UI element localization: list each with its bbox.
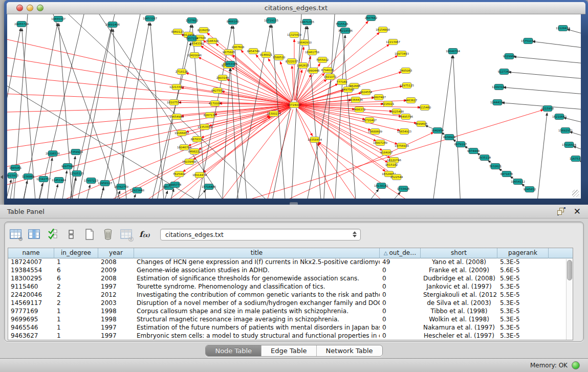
cell-pagerank[interactable]: 5.3E-5 [497, 308, 549, 316]
cell-title[interactable]: Tourette syndrome. Phenomenology and cla… [134, 283, 380, 291]
gutter-collapse-arrow-icon[interactable] [1, 175, 3, 179]
cell-out_degree[interactable]: 0 [380, 308, 421, 316]
column-header-pagerank[interactable]: pagerank [497, 248, 549, 258]
graph-node[interactable]: 16720407 [362, 118, 377, 123]
graph-node[interactable]: 1167533 [570, 156, 581, 162]
table-row[interactable]: 1830029562008Estimation of significance … [8, 275, 573, 283]
graph-node[interactable]: 6497568 [342, 87, 355, 93]
cell-short[interactable]: Yano et al. (2008) [421, 258, 497, 267]
graph-node[interactable]: 1862615 [297, 63, 310, 69]
graph-node[interactable]: 16914479 [192, 172, 207, 178]
graph-node[interactable]: 1640954 [431, 128, 444, 134]
graph-node[interactable]: 1588520 [273, 55, 286, 60]
cell-short[interactable]: de Silva et al. (2003) [421, 299, 497, 308]
graph-node[interactable]: 6794028 [321, 68, 334, 73]
table-settings-icon[interactable]: ⚙ [9, 228, 23, 242]
cell-short[interactable]: Dudbridge et al. (2008) [421, 275, 497, 283]
cell-year[interactable]: 1997 [98, 332, 134, 340]
graph-node[interactable]: 15751074 [521, 38, 535, 44]
cell-in_degree[interactable]: 1 [54, 316, 98, 324]
graph-node[interactable]: 8878332 [191, 137, 204, 142]
cell-short[interactable]: Hescheler et al. (1997) [421, 332, 497, 340]
graph-node[interactable]: 12975125 [400, 83, 414, 89]
cell-name[interactable]: 9465546 [8, 324, 54, 332]
graph-node[interactable]: 7486372 [353, 107, 366, 113]
cell-short[interactable]: Tibbo et al. (1998) [421, 308, 497, 316]
cell-in_degree[interactable]: 1 [54, 324, 98, 332]
graph-node[interactable]: 6216021 [382, 101, 395, 107]
graph-node[interactable]: 10655337 [51, 16, 66, 22]
cell-name[interactable]: 9463627 [8, 332, 54, 340]
cell-name[interactable]: 9699695 [8, 316, 54, 324]
graph-node[interactable]: 8990448 [307, 68, 320, 74]
graph-node[interactable]: 12342757 [36, 177, 51, 182]
graph-node[interactable]: 777169 [337, 79, 347, 85]
tab-edge-table[interactable]: Edge Table [262, 345, 316, 356]
cell-pagerank[interactable]: 5.3E-5 [497, 316, 549, 324]
graph-node[interactable]: 8267130 [204, 113, 216, 118]
cell-out_degree[interactable]: 0 [380, 332, 421, 340]
cell-pagerank[interactable]: 5.3E-5 [497, 332, 549, 340]
graph-node[interactable]: 7515526 [336, 21, 349, 27]
cell-year[interactable]: 2008 [98, 275, 134, 283]
cell-out_degree[interactable]: 0 [380, 267, 421, 275]
cell-name[interactable]: 22420046 [8, 291, 54, 299]
graph-node[interactable]: 12505135 [70, 171, 84, 177]
table-row[interactable]: 1456911722003Disruption of a novel membe… [8, 299, 573, 308]
cell-short[interactable]: Franke et al. (2009) [421, 267, 497, 275]
cell-pagerank[interactable]: 5.3E-5 [497, 299, 549, 308]
cell-out_degree[interactable]: 0 [380, 283, 421, 291]
graph-node[interactable]: 15692971 [558, 128, 573, 134]
graph-node[interactable]: 8215958 [541, 106, 554, 112]
cell-year[interactable]: 2003 [98, 299, 134, 308]
column-header-name[interactable]: name [8, 248, 54, 258]
tab-node-table[interactable]: Node Table [206, 345, 262, 356]
show-columns-icon[interactable] [27, 228, 41, 242]
graph-node[interactable]: 16961758 [305, 50, 319, 55]
cell-out_degree[interactable]: 0 [380, 291, 421, 299]
cell-pagerank[interactable]: 5.3E-5 [497, 283, 549, 291]
cell-in_degree[interactable]: 1 [54, 258, 98, 267]
table-row[interactable]: 2242004622012Investigating the contribut… [8, 291, 573, 299]
graph-node[interactable]: 9115460 [419, 105, 431, 111]
graph-node[interactable]: 2867608 [232, 45, 245, 50]
table-row[interactable]: 1938455462009Genome-wide association stu… [8, 267, 573, 275]
graph-node[interactable]: 11128434 [556, 26, 570, 31]
cell-short[interactable]: Nakamura et al. (1997) [421, 324, 497, 332]
cell-year[interactable]: 2009 [98, 267, 134, 275]
graph-node[interactable]: 14671355 [300, 19, 314, 25]
column-header-year[interactable]: year [98, 248, 134, 258]
graph-node[interactable]: 4170084 [209, 101, 222, 106]
graph-node[interactable]: 10025488 [389, 109, 404, 115]
graph-node[interactable]: 8454749 [247, 49, 260, 54]
graph-node[interactable]: 22420046 [187, 53, 202, 58]
graph-node[interactable]: 17957223 [84, 178, 98, 184]
cell-title[interactable]: Changes of HCN gene expression and I(f) … [134, 258, 380, 267]
cell-year[interactable]: 1997 [98, 324, 134, 332]
graph-node[interactable]: 2522544 [390, 174, 403, 180]
delete-rows-icon[interactable] [101, 228, 115, 242]
graph-node[interactable]: 15716485 [202, 184, 216, 190]
graph-node[interactable]: 10719155 [264, 18, 278, 24]
close-panel-icon[interactable]: ✕ [574, 206, 581, 216]
graph-node[interactable]: 16782759 [114, 184, 128, 190]
table-row[interactable]: 911546021997Tourette syndrome. Phenomeno… [8, 283, 573, 291]
graph-node[interactable]: 2687682 [365, 15, 378, 21]
graph-node[interactable]: 7957224 [186, 36, 199, 41]
graph-node[interactable]: 9245652 [524, 187, 536, 192]
graph-node[interactable]: 12444194 [490, 100, 505, 105]
row-height-icon[interactable] [64, 228, 78, 242]
cell-out_degree[interactable]: 0 [380, 299, 421, 308]
cell-name[interactable]: 18300295 [8, 275, 54, 283]
cell-in_degree[interactable]: 2 [54, 283, 98, 291]
cell-in_degree[interactable]: 2 [54, 291, 98, 299]
graph-node[interactable]: 16543392 [190, 41, 204, 47]
cell-short[interactable]: Wolkin et al. (1998) [421, 316, 497, 324]
graph-node[interactable]: 9097588 [61, 164, 74, 169]
citation-network-graph[interactable]: 1872400788601238912954982750982260588186… [7, 14, 581, 199]
graph-node[interactable]: 3824554 [360, 90, 373, 95]
graph-node[interactable]: 2935114 [478, 155, 491, 161]
graph-node[interactable]: 9329966 [503, 54, 516, 59]
float-panel-icon[interactable] [557, 207, 565, 215]
graph-node[interactable]: 19218586 [338, 28, 353, 34]
